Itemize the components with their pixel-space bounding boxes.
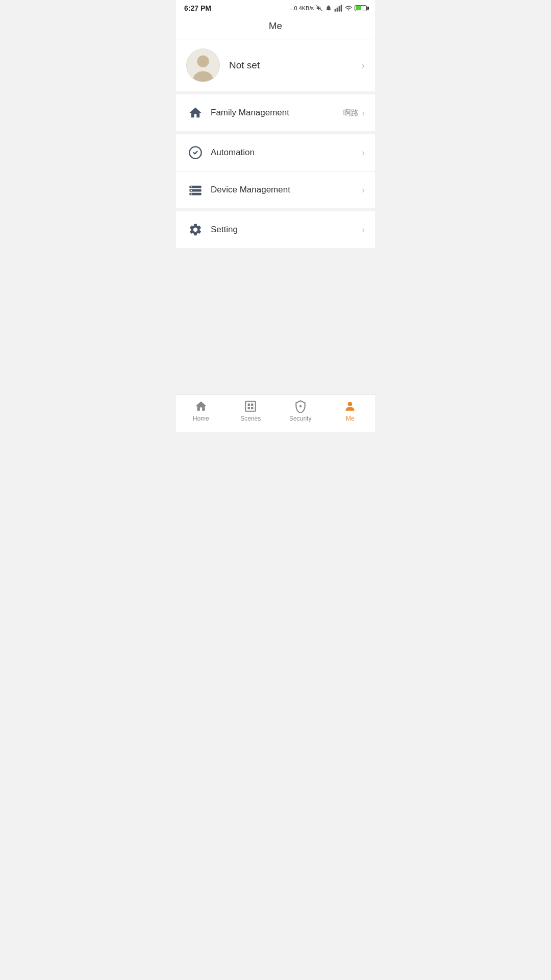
svg-rect-17 — [251, 404, 253, 406]
device-management-item[interactable]: Device Management › — [176, 172, 375, 208]
secondary-menu-section: Automation › Device Management › — [176, 134, 375, 211]
svg-point-12 — [191, 186, 192, 187]
battery-indicator — [355, 5, 367, 11]
svg-rect-16 — [248, 404, 250, 406]
nav-scenes[interactable]: Scenes — [226, 400, 276, 422]
nav-me-label: Me — [346, 415, 355, 422]
automation-chevron: › — [362, 148, 365, 158]
automation-label: Automation — [211, 148, 362, 158]
svg-point-13 — [191, 190, 192, 191]
svg-point-20 — [299, 405, 302, 407]
device-management-chevron: › — [362, 185, 365, 195]
svg-rect-3 — [339, 6, 340, 12]
nav-home-label: Home — [193, 415, 209, 422]
automation-icon — [186, 143, 205, 162]
setting-icon — [186, 220, 205, 239]
svg-rect-18 — [248, 407, 250, 409]
nav-home[interactable]: Home — [176, 400, 226, 422]
bottom-navigation: Home Scenes Security Me — [176, 394, 375, 432]
main-menu-section: Family Management 啊路 › — [176, 94, 375, 134]
settings-menu-section: Setting › — [176, 211, 375, 251]
signal-icon — [334, 5, 342, 12]
alarm-icon — [325, 5, 332, 12]
device-icon — [186, 181, 205, 199]
wifi-icon — [344, 5, 353, 12]
profile-row[interactable]: Not set › — [176, 39, 375, 94]
empty-content-area — [176, 251, 375, 394]
setting-item[interactable]: Setting › — [176, 211, 375, 248]
setting-label: Setting — [211, 225, 362, 235]
nav-security-label: Security — [289, 415, 311, 422]
family-management-chevron: › — [362, 108, 365, 118]
profile-name: Not set — [229, 60, 362, 71]
svg-rect-15 — [246, 401, 256, 411]
nav-me[interactable]: Me — [325, 400, 375, 422]
svg-rect-2 — [337, 8, 338, 12]
status-right: ...0.4KB/s — [289, 5, 367, 12]
family-management-item[interactable]: Family Management 啊路 › — [176, 94, 375, 131]
svg-rect-19 — [251, 407, 253, 409]
battery-fill — [356, 6, 361, 10]
nav-me-icon — [343, 400, 357, 413]
home-icon — [186, 104, 205, 122]
network-speed: ...0.4KB/s — [289, 5, 314, 11]
nav-security[interactable]: Security — [276, 400, 325, 422]
device-management-label: Device Management — [211, 185, 362, 195]
family-management-label: Family Management — [211, 108, 343, 118]
svg-rect-1 — [335, 9, 336, 11]
status-bar: 6:27 PM ...0.4KB/s — [176, 0, 375, 14]
setting-chevron: › — [362, 225, 365, 235]
page-title: Me — [176, 14, 375, 39]
nav-security-icon — [294, 400, 307, 413]
avatar — [186, 48, 220, 82]
mute-icon — [316, 5, 323, 12]
nav-scenes-label: Scenes — [240, 415, 261, 422]
svg-rect-4 — [341, 5, 342, 11]
avatar-image — [187, 48, 219, 82]
nav-scenes-icon — [244, 400, 257, 413]
profile-chevron: › — [362, 60, 365, 71]
family-management-value: 啊路 — [343, 108, 359, 118]
svg-point-21 — [348, 402, 353, 406]
automation-item[interactable]: Automation › — [176, 134, 375, 172]
status-time: 6:27 PM — [184, 4, 211, 12]
svg-point-6 — [197, 56, 209, 67]
nav-home-icon — [194, 400, 208, 413]
svg-point-14 — [191, 193, 192, 194]
